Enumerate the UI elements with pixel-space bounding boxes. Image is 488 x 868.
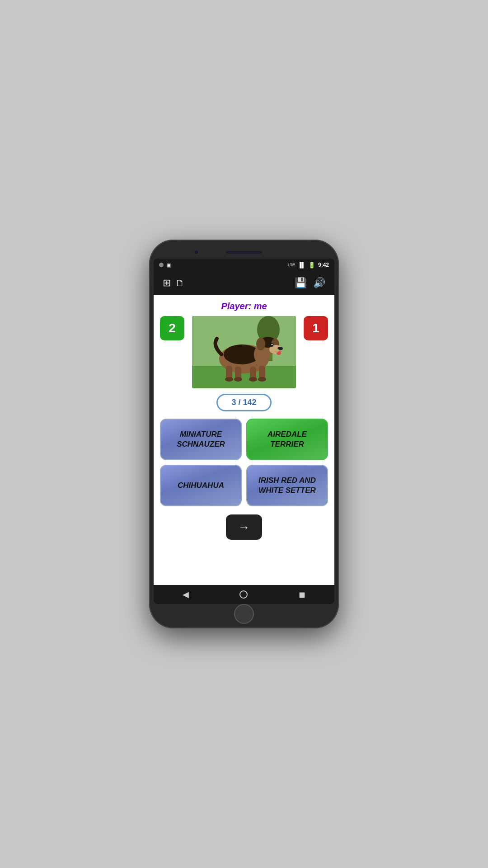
home-button[interactable] (239, 590, 248, 599)
answer-airedale-terrier[interactable]: AIREDALETERRIER (246, 419, 328, 460)
toolbar-right: 💾 🔊 (295, 277, 325, 289)
toolbar-left: ⊞ 🗋 (163, 277, 184, 289)
status-right: LTE ▐▌ 🔋 9:42 (288, 262, 329, 269)
app-content: Player: me 2 (154, 295, 334, 585)
app-toolbar: ⊞ 🗋 💾 🔊 (154, 271, 334, 295)
svg-point-25 (270, 348, 279, 353)
dog-image-row: 2 (160, 316, 328, 388)
svg-point-18 (256, 338, 265, 350)
signal-dot (159, 263, 164, 267)
document-icon[interactable]: 🗋 (175, 278, 184, 288)
answer-irish-red-white-setter[interactable]: IRISH RED ANDWHITE SETTER (246, 465, 328, 506)
front-camera (194, 250, 199, 255)
phone-screen: ▣ LTE ▐▌ 🔋 9:42 ⊞ 🗋 💾 🔊 Player: me (154, 259, 334, 604)
save-icon[interactable]: 💾 (295, 277, 307, 289)
counter-badge: 3 / 142 (216, 394, 271, 411)
status-bar: ▣ LTE ▐▌ 🔋 9:42 (154, 259, 334, 271)
lte-badge: LTE (288, 263, 295, 267)
score-left-badge: 2 (160, 316, 184, 340)
svg-point-23 (272, 344, 273, 345)
sound-icon[interactable]: 🔊 (313, 277, 325, 289)
dog-image (192, 316, 296, 388)
svg-point-12 (234, 377, 242, 382)
answer-miniature-schnauzer[interactable]: MINIATURESCHNAUZER (160, 419, 242, 460)
signal-bars: ▐▌ (298, 262, 305, 268)
answers-grid: MINIATURESCHNAUZER AIREDALETERRIER CHIHU… (160, 419, 328, 506)
next-arrow-icon: → (238, 520, 250, 534)
score-right-badge: 1 (304, 316, 328, 340)
svg-point-11 (225, 377, 233, 382)
svg-point-14 (258, 377, 266, 382)
status-left: ▣ (159, 262, 171, 268)
physical-home-button[interactable] (234, 604, 254, 624)
speaker (226, 251, 262, 254)
phone-home-area (234, 604, 254, 624)
back-button[interactable]: ◀ (175, 587, 196, 602)
phone-frame: ▣ LTE ▐▌ 🔋 9:42 ⊞ 🗋 💾 🔊 Player: me (149, 240, 339, 628)
next-button[interactable]: → (226, 514, 262, 540)
notification-icon: ▣ (166, 262, 171, 268)
square-button[interactable]: ◼ (291, 587, 313, 602)
player-label: Player: me (221, 301, 267, 311)
layers-icon[interactable]: ⊞ (163, 277, 171, 289)
battery-icon: 🔋 (308, 262, 315, 269)
bottom-nav: ◀ ◼ (154, 585, 334, 604)
time-display: 9:42 (318, 262, 329, 268)
answer-chihuahua[interactable]: CHIHUAHUA (160, 465, 242, 506)
phone-top (154, 246, 334, 259)
svg-point-13 (249, 377, 257, 382)
